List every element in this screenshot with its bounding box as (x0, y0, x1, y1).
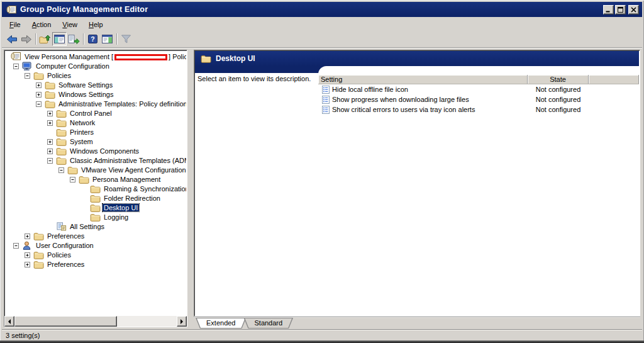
tree-item-windows-components[interactable]: Windows Components (6, 146, 186, 155)
tree-item-roaming-synchronization[interactable]: Roaming & Synchronization (6, 184, 186, 193)
scrollbar-thumb[interactable] (14, 316, 117, 327)
filter-button[interactable] (119, 32, 133, 46)
expander-plus-icon[interactable] (36, 91, 42, 97)
tree-item-preferences[interactable]: Preferences (6, 259, 186, 269)
tree-item-logging[interactable]: Logging (6, 212, 186, 222)
tree-horizontal-scrollbar[interactable] (4, 316, 187, 327)
folder-icon (67, 166, 78, 174)
tree-item-label: Policies (46, 251, 72, 259)
pane-header: Desktop UI (195, 51, 639, 66)
tree-item-preferences[interactable]: Preferences (6, 231, 186, 240)
back-button[interactable] (4, 32, 19, 46)
tree-item-label: All Settings (69, 223, 106, 230)
forward-button[interactable] (19, 32, 33, 46)
tree-item-software-settings[interactable]: Software Settings (6, 80, 186, 89)
expander-plus-icon[interactable] (47, 110, 53, 116)
setting-name[interactable]: Show progress when downloading large fil… (318, 96, 528, 104)
titlebar[interactable]: Group Policy Management Editor (2, 2, 642, 17)
toolbar-separator (83, 33, 84, 45)
column-header-state[interactable]: State (528, 75, 589, 84)
tree-item-vmware-view-agent-configuration[interactable]: VMware View Agent Configuration (6, 165, 186, 174)
tree-item-administrative-templates-policy-definitions-admx[interactable]: Administrative Templates: Policy definit… (6, 99, 186, 108)
folder-icon (79, 175, 89, 184)
minimize-icon (606, 7, 611, 13)
setting-name[interactable]: Show critical errors to users via tray i… (318, 106, 528, 114)
tree-item-persona-management[interactable]: Persona Management (6, 174, 186, 184)
expander-plus-icon[interactable] (25, 252, 30, 257)
scroll-right-button[interactable] (177, 316, 187, 327)
tab-standard[interactable]: Standard (243, 318, 293, 329)
close-button[interactable] (628, 5, 639, 14)
tree-item-policies[interactable]: Policies (6, 250, 186, 259)
expander-minus-icon[interactable] (36, 101, 42, 106)
expander-plus-icon[interactable] (47, 148, 53, 154)
setting-row-show-critical-errors-to-users-via-tray-icon-alerts[interactable]: Show critical errors to users via tray i… (318, 104, 639, 115)
expander-plus-icon[interactable] (47, 120, 53, 125)
console-tree-pane: View Persona Management [] PolicyCompute… (4, 50, 187, 327)
menu-file[interactable]: File (4, 20, 26, 30)
tree-item-classic-administrative-templates-adm[interactable]: Classic Administrative Templates (ADM) (6, 155, 186, 165)
tree-item-user-configuration[interactable]: User Configuration (6, 240, 186, 250)
expander-minus-icon[interactable] (13, 242, 19, 248)
tree-item-view-persona-management[interactable]: View Persona Management [] Policy (6, 52, 186, 61)
expander-minus-icon[interactable] (47, 157, 53, 163)
help-icon: ? (88, 35, 97, 43)
tree-item-policies[interactable]: Policies (6, 70, 186, 80)
menu-action[interactable]: Action (27, 20, 57, 30)
tree-item-network[interactable]: Network (6, 118, 186, 127)
expander-plus-icon[interactable] (47, 138, 53, 144)
expander-plus-icon[interactable] (36, 82, 42, 87)
tree-item-printers[interactable]: Printers (6, 127, 186, 137)
scroll-left-button[interactable] (4, 316, 14, 327)
expander-minus-icon[interactable] (70, 176, 75, 182)
tree-item-label: Desktop UI (103, 204, 139, 211)
statusbar: 3 setting(s) (2, 329, 642, 340)
tree-item-label: Logging (103, 213, 130, 221)
folder-icon (33, 250, 44, 259)
svg-text:?: ? (91, 35, 94, 43)
expander-plus-icon[interactable] (25, 233, 30, 239)
description-text: Select an item to view its description. (197, 75, 314, 82)
expander-plus-icon[interactable] (25, 261, 30, 267)
expander-minus-icon[interactable] (13, 63, 19, 69)
folder-icon (90, 203, 101, 212)
show-console-tree-button[interactable] (52, 32, 67, 46)
export-list-button[interactable] (67, 32, 81, 46)
tree-item-windows-settings[interactable]: Windows Settings (6, 89, 186, 99)
setting-row-hide-local-offline-file-icon[interactable]: Hide local offline file iconNot configur… (318, 84, 639, 94)
policy-setting-icon (322, 96, 330, 104)
setting-row-show-progress-when-downloading-large-files[interactable]: Show progress when downloading large fil… (318, 94, 639, 104)
folder-icon (201, 54, 211, 63)
menu-view[interactable]: View (57, 20, 82, 30)
show-action-pane-button[interactable] (100, 32, 114, 46)
menu-help[interactable]: Help (84, 20, 108, 30)
back-icon (6, 35, 18, 44)
settings-list: Setting State Hide local offline file ic… (318, 66, 639, 315)
tree-item-desktop-ui[interactable]: Desktop UI (6, 203, 186, 212)
tab-extended[interactable]: Extended (196, 318, 246, 329)
folder-icon (56, 128, 67, 137)
tree-item-label: VMware View Agent Configuration (80, 166, 186, 174)
setting-state: Not configured (528, 106, 589, 113)
maximize-button[interactable] (615, 5, 626, 14)
computer-icon (22, 62, 33, 70)
column-header-blank[interactable] (589, 75, 639, 84)
tree-item-control-panel[interactable]: Control Panel (6, 108, 186, 118)
scrollbar-track[interactable] (117, 316, 177, 327)
minimize-button[interactable] (603, 5, 614, 14)
arrow-right-icon (180, 319, 186, 324)
expander-minus-icon[interactable] (25, 72, 30, 78)
column-header-setting[interactable]: Setting (318, 75, 528, 84)
tree-item-system[interactable]: System (6, 137, 186, 146)
tree-item-computer-configuration[interactable]: Computer Configuration (6, 61, 186, 70)
tree-item-label: User Configuration (35, 242, 95, 249)
tree-item-folder-redirection[interactable]: Folder Redirection (6, 193, 186, 203)
tree-item-all-settings[interactable]: All Settings (6, 222, 186, 231)
setting-name[interactable]: Hide local offline file icon (318, 86, 528, 94)
up-one-level-button[interactable] (38, 32, 52, 46)
tree-item-label: Policies (46, 72, 72, 79)
help-button[interactable]: ? (86, 32, 100, 46)
menubar: FileActionViewHelp (2, 18, 642, 31)
gpedit-window: Group Policy Management Editor FileActio… (0, 0, 644, 343)
expander-minus-icon[interactable] (58, 167, 64, 172)
